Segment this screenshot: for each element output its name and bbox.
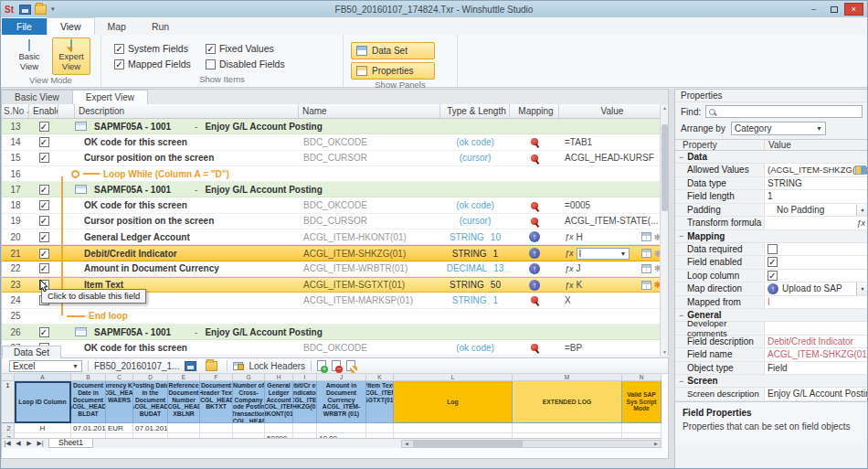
column-letter[interactable]: K <box>366 374 394 381</box>
collapse-icon[interactable]: − <box>679 311 683 320</box>
grid-row-field-selected[interactable]: 21 Debit/Credit Indicator ACGL_ITEM-SHKZ… <box>2 245 662 261</box>
column-letter[interactable]: E <box>168 374 200 381</box>
expert-view-button[interactable]: Expert View <box>52 37 90 75</box>
row-enable-checkbox[interactable] <box>29 134 58 149</box>
sheet-header-cell-log[interactable]: Log <box>394 381 513 423</box>
column-letter[interactable]: D <box>133 374 168 381</box>
column-letter[interactable]: F <box>200 374 233 381</box>
prop-value[interactable]: No Padding <box>764 204 868 217</box>
sheet-cell[interactable] <box>265 423 293 433</box>
dropdown-button[interactable] <box>856 204 868 217</box>
properties-panel-button[interactable]: Properties <box>351 62 435 80</box>
sheet-header-cell[interactable]: Number of Cross-Company Code Posting Tra… <box>233 381 265 423</box>
tab-run[interactable]: Run <box>139 18 182 35</box>
mapping-cell[interactable] <box>510 214 559 229</box>
checkbox-fixed-values[interactable]: Fixed Values <box>206 43 285 54</box>
row-number[interactable]: 1 <box>2 381 15 423</box>
data-set-map-icon[interactable] <box>641 232 651 241</box>
prop-value[interactable]: STRING <box>764 177 868 190</box>
qat-dropdown-icon[interactable]: ▾ <box>51 5 55 13</box>
column-letter[interactable]: A <box>15 374 71 381</box>
sheet-cell[interactable]: EUR <box>106 423 133 433</box>
row-enable-checkbox[interactable] <box>29 325 58 339</box>
sheet-cell[interactable]: 07.01.2010 <box>71 423 106 433</box>
value-cell[interactable]: =TAB1 <box>559 134 662 149</box>
value-cell[interactable]: =0005 <box>559 197 662 212</box>
prop-value[interactable] <box>764 270 868 282</box>
tab-expert-view[interactable]: Expert View <box>73 90 148 104</box>
prop-padding[interactable]: Padding No Padding <box>675 204 868 218</box>
sheet-header-cell[interactable]: General Ledger Account ACGL_ITEM-HKONT(0… <box>265 381 293 423</box>
value-cell[interactable]: H <box>559 229 662 244</box>
prop-value[interactable]: Field <box>764 362 868 375</box>
sheet-cell[interactable] <box>233 423 265 433</box>
prop-loop-column[interactable]: Loop column <box>675 270 868 283</box>
column-letter[interactable]: J <box>317 374 366 381</box>
grid-row-screen[interactable]: 17 SAPMF05A - 1001-Enjoy G/L Account Pos… <box>2 182 662 197</box>
app-logo-icon[interactable]: St <box>5 5 14 15</box>
prop-allowed-values[interactable]: Allowed Values (ACGL_ITEM-SHKZG(01) = H … <box>675 164 868 177</box>
col-value[interactable]: Value <box>559 104 662 118</box>
collapse-icon[interactable]: − <box>679 231 683 240</box>
open-data-icon[interactable] <box>206 361 217 371</box>
prop-mapped-from[interactable]: Mapped from I <box>675 296 868 310</box>
formula-icon[interactable] <box>856 219 865 228</box>
value-cell[interactable]: ACGL_ITEM-STATE(... <box>559 214 662 229</box>
sheet-header-cell[interactable]: Currency Key ACGL_HEAD-WAERS <box>106 381 133 423</box>
find-input[interactable] <box>705 105 863 118</box>
row-enable-checkbox[interactable] <box>29 246 58 260</box>
mapping-cell[interactable] <box>510 197 559 212</box>
sheet-header-cell[interactable]: *Item Text ACGL_ITEM-SGTXT(01) <box>366 381 394 423</box>
data-set-map-icon[interactable] <box>641 249 651 258</box>
grid-vertical-scrollbar[interactable]: ▲ ▼ <box>660 104 668 357</box>
prop-object-type[interactable]: Object type Field <box>675 362 868 376</box>
mapping-cell[interactable] <box>510 134 559 149</box>
sheet-horizontal-scrollbar[interactable]: ◀ ▶ <box>401 440 662 448</box>
prop-field-length[interactable]: Field length 1 <box>675 190 868 204</box>
prop-field-enabled[interactable]: Field enabled <box>675 256 868 270</box>
prop-field-description[interactable]: Field description Debit/Credit Indicator <box>675 336 868 349</box>
column-letter[interactable]: C <box>106 374 133 381</box>
grid-row-field[interactable]: 15 Cursor position on the screen BDC_CUR… <box>2 151 662 166</box>
qat-open-icon[interactable] <box>35 5 47 15</box>
section-data[interactable]: −Data <box>675 151 868 164</box>
mapping-cell[interactable] <box>510 278 559 292</box>
scrollbar-thumb[interactable] <box>662 124 668 211</box>
checked-icon[interactable] <box>767 257 778 267</box>
scroll-up-icon[interactable]: ▲ <box>661 104 669 112</box>
row-enable-checkbox[interactable] <box>29 229 58 244</box>
tab-sheet1[interactable]: Sheet1 <box>48 439 93 448</box>
prop-value[interactable] <box>764 217 868 229</box>
mapping-cell[interactable] <box>510 261 559 276</box>
data-set-panel-button[interactable]: Data Set <box>351 42 435 59</box>
tab-view[interactable]: View <box>47 17 95 35</box>
lock-headers-label[interactable]: Lock Headers <box>249 361 305 371</box>
value-cell[interactable]: X <box>559 293 662 307</box>
prop-value[interactable]: ACGL_ITEM-SHKZG(01) <box>764 348 868 361</box>
column-letter[interactable]: H <box>265 374 293 381</box>
sheet-header-cell-extended-log[interactable]: EXTENDED LOG <box>513 381 622 423</box>
tab-file[interactable]: File <box>2 18 47 35</box>
data-set-map-icon[interactable] <box>641 264 651 273</box>
col-sno[interactable]: S.No▲ <box>2 104 29 118</box>
close-button[interactable]: × <box>844 3 863 16</box>
tab-basic-view[interactable]: Basic View <box>2 90 73 104</box>
allowed-values-icon[interactable] <box>855 165 866 175</box>
prop-field-name[interactable]: Field name ACGL_ITEM-SHKZG(01) <box>675 348 868 362</box>
loop-icon[interactable] <box>71 170 79 178</box>
value-cell[interactable]: K <box>559 278 662 292</box>
mapping-cell[interactable] <box>510 151 559 165</box>
row-enable-checkbox[interactable] <box>29 182 58 197</box>
row-enable-checkbox[interactable] <box>29 119 58 133</box>
collapse-icon[interactable]: − <box>679 153 683 162</box>
col-enable[interactable]: Enable <box>29 104 58 118</box>
sheet-cell[interactable] <box>293 423 317 433</box>
column-letter[interactable]: B <box>71 374 106 381</box>
prop-map-direction[interactable]: Map direction Upload to SAP <box>675 282 868 296</box>
grid-row-field[interactable]: 18 OK code for this screen BDC_OKCODE (o… <box>2 197 662 213</box>
sheet-cell[interactable] <box>622 423 662 433</box>
formula-icon[interactable] <box>565 264 574 273</box>
prop-developer-comments[interactable]: Developer comments <box>675 322 868 336</box>
sheet-cell[interactable]: 07.01.2010 <box>133 423 168 433</box>
value-cell[interactable]: J <box>559 261 662 276</box>
